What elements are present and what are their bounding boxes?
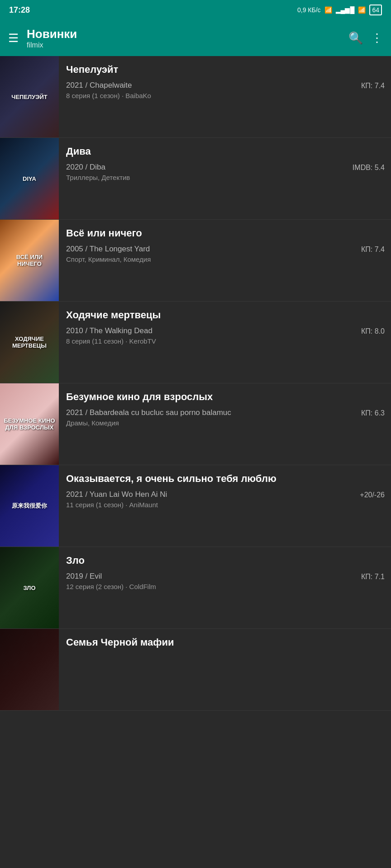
list-item[interactable]: ЧЕПЕЛУЭЙТ Чепелуэйт 2021 / Chapelwaite 8… <box>0 56 391 138</box>
poster-image: 原来我很爱你 <box>0 465 59 547</box>
search-button[interactable]: 🔍 <box>348 31 363 45</box>
movie-title-ru: Ходячие мертвецы <box>66 309 385 322</box>
movie-year-en: 2021 / Babardeala cu bucluc sau porno ba… <box>66 408 361 417</box>
movie-info: Всё или ничего 2005 / The Longest Yard С… <box>59 220 391 301</box>
movie-rating: +20/-26 <box>360 490 385 499</box>
movie-year-en: 2020 / Diba <box>66 163 353 172</box>
movie-rating: IMDB: 5.4 <box>353 163 385 172</box>
movie-meta-row: 2010 / The Walking Dead 8 серия (11 сезо… <box>66 326 385 345</box>
movie-poster: ЗЛО <box>0 547 59 628</box>
movie-poster: DIYA <box>0 138 59 219</box>
movie-sub: 8 серия (11 сезон) · KerobTV <box>66 337 361 345</box>
movie-year-en: 2021 / Yuan Lai Wo Hen Ai Ni <box>66 490 360 499</box>
movie-poster <box>0 629 59 710</box>
movie-poster: ВСЁ ИЛИ НИЧЕГО <box>0 220 59 301</box>
app-bar-actions: 🔍 ⋮ <box>348 31 383 45</box>
movie-meta-left: 2010 / The Walking Dead 8 серия (11 сезо… <box>66 326 361 345</box>
wifi-icon: 📶 <box>358 6 366 14</box>
movie-title-ru: Зло <box>66 554 385 567</box>
movie-poster: ЧЕПЕЛУЭЙТ <box>0 56 59 137</box>
movie-sub: Спорт, Криминал, Комедия <box>66 255 361 263</box>
movie-year-en: 2021 / Chapelwaite <box>66 81 361 90</box>
app-subtitle: filmix <box>27 41 340 49</box>
movie-poster: ХОДЯЧИЕ МЕРТВЕЦЫ <box>0 302 59 383</box>
movie-meta-left: 2019 / Evil 12 серия (2 сезон) · ColdFil… <box>66 572 361 590</box>
movie-meta-left: 2020 / Diba Триллеры, Детектив <box>66 163 353 181</box>
movie-title-ru: Безумное кино для взрослых <box>66 391 385 404</box>
movie-title-ru: Чепелуэйт <box>66 63 385 76</box>
movie-title-ru: Дива <box>66 145 385 158</box>
battery-percent: 64 <box>372 6 379 14</box>
movie-year-en: 2019 / Evil <box>66 572 361 581</box>
movie-title-ru: Оказывается, я очень сильно тебя люблю <box>66 472 385 486</box>
movie-sub: Триллеры, Детектив <box>66 174 353 181</box>
movie-info: Дива 2020 / Diba Триллеры, Детектив IMDB… <box>59 138 391 219</box>
movie-rating: КП: 7.1 <box>361 572 385 581</box>
more-options-button[interactable]: ⋮ <box>371 31 383 45</box>
movie-meta-left: 2021 / Chapelwaite 8 серия (1 сезон) · B… <box>66 81 361 99</box>
app-title-section: Новинки filmix <box>27 27 340 49</box>
movie-sub: Драмы, Комедия <box>66 419 361 427</box>
list-item[interactable]: 原来我很爱你 Оказывается, я очень сильно тебя … <box>0 465 391 547</box>
movie-meta-row: 2021 / Babardeala cu bucluc sau porno ba… <box>66 408 385 427</box>
movie-rating: КП: 7.4 <box>361 81 385 90</box>
movie-meta-row: 2005 / The Longest Yard Спорт, Криминал,… <box>66 245 385 263</box>
app-bar: ☰ Новинки filmix 🔍 ⋮ <box>0 20 391 56</box>
movie-rating: КП: 6.3 <box>361 408 385 417</box>
list-item[interactable]: ЗЛО Зло 2019 / Evil 12 серия (2 сезон) ·… <box>0 547 391 629</box>
app-title: Новинки <box>27 27 340 41</box>
poster-image: ЗЛО <box>0 547 59 628</box>
movie-sub: 12 серия (2 сезон) · ColdFilm <box>66 583 361 590</box>
movie-year-en: 2010 / The Walking Dead <box>66 326 361 335</box>
movie-info: Чепелуэйт 2021 / Chapelwaite 8 серия (1 … <box>59 56 391 137</box>
poster-image: DIYA <box>0 138 59 219</box>
movie-meta-row: 2021 / Yuan Lai Wo Hen Ai Ni 11 серия (1… <box>66 490 385 509</box>
movie-meta-left: 2021 / Yuan Lai Wo Hen Ai Ni 11 серия (1… <box>66 490 360 509</box>
movie-meta-row <box>66 654 385 656</box>
status-bar: 17:28 0,9 КБ/с 📶 ▂▄▆█ 📶 64 <box>0 0 391 20</box>
movie-rating: КП: 7.4 <box>361 245 385 254</box>
movies-list: ЧЕПЕЛУЭЙТ Чепелуэйт 2021 / Chapelwaite 8… <box>0 56 391 711</box>
bluetooth-icon: 📶 <box>324 6 332 14</box>
movie-title-ru: Всё или ничего <box>66 227 385 240</box>
poster-image <box>0 629 59 710</box>
poster-image: ВСЁ ИЛИ НИЧЕГО <box>0 220 59 301</box>
status-time: 17:28 <box>9 5 30 15</box>
movie-meta-row: 2021 / Chapelwaite 8 серия (1 сезон) · B… <box>66 81 385 99</box>
list-item[interactable]: БЕЗУМНОЕ КИНО ДЛЯ ВЗРОСЛЫХ Безумное кино… <box>0 383 391 465</box>
list-item[interactable]: Семья Черной мафии <box>0 629 391 711</box>
poster-image: ХОДЯЧИЕ МЕРТВЕЦЫ <box>0 302 59 383</box>
movie-title-ru: Семья Черной мафии <box>66 636 385 649</box>
movie-info: Оказывается, я очень сильно тебя люблю 2… <box>59 465 391 547</box>
movie-rating: КП: 8.0 <box>361 326 385 335</box>
poster-image: БЕЗУМНОЕ КИНО ДЛЯ ВЗРОСЛЫХ <box>0 383 59 465</box>
movie-info: Ходячие мертвецы 2010 / The Walking Dead… <box>59 302 391 383</box>
movie-meta-row: 2019 / Evil 12 серия (2 сезон) · ColdFil… <box>66 572 385 590</box>
movie-info: Семья Черной мафии <box>59 629 391 710</box>
movie-poster: БЕЗУМНОЕ КИНО ДЛЯ ВЗРОСЛЫХ <box>0 383 59 465</box>
movie-sub: 11 серия (1 сезон) · AniMaunt <box>66 501 360 509</box>
status-icons: 0,9 КБ/с 📶 ▂▄▆█ 📶 64 <box>297 5 382 15</box>
movie-year-en: 2005 / The Longest Yard <box>66 245 361 254</box>
menu-button[interactable]: ☰ <box>8 32 19 44</box>
signal-icon: ▂▄▆█ <box>336 6 355 14</box>
list-item[interactable]: ХОДЯЧИЕ МЕРТВЕЦЫ Ходячие мертвецы 2010 /… <box>0 302 391 383</box>
list-item[interactable]: ВСЁ ИЛИ НИЧЕГО Всё или ничего 2005 / The… <box>0 220 391 302</box>
battery-icon: 64 <box>369 5 382 15</box>
network-speed: 0,9 КБ/с <box>297 6 321 14</box>
list-item[interactable]: DIYA Дива 2020 / Diba Триллеры, Детектив… <box>0 138 391 220</box>
movie-info: Безумное кино для взрослых 2021 / Babard… <box>59 383 391 465</box>
movie-meta-left: 2021 / Babardeala cu bucluc sau porno ba… <box>66 408 361 427</box>
movie-meta-left <box>66 654 385 656</box>
movie-poster: 原来我很爱你 <box>0 465 59 547</box>
movie-meta-row: 2020 / Diba Триллеры, Детектив IMDB: 5.4 <box>66 163 385 181</box>
poster-image: ЧЕПЕЛУЭЙТ <box>0 56 59 137</box>
movie-info: Зло 2019 / Evil 12 серия (2 сезон) · Col… <box>59 547 391 628</box>
movie-meta-left: 2005 / The Longest Yard Спорт, Криминал,… <box>66 245 361 263</box>
movie-sub: 8 серия (1 сезон) · BaibaKo <box>66 92 361 99</box>
